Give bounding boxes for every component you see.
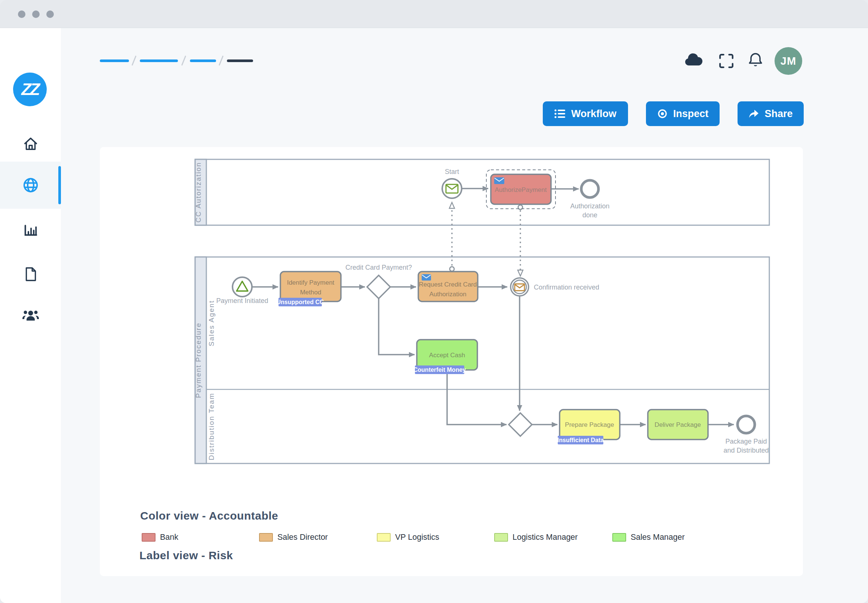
breadcrumb-separator [132, 56, 136, 65]
document-icon [23, 266, 39, 282]
app-logo[interactable]: ZZ [13, 73, 47, 106]
eye-icon [657, 108, 668, 119]
sidebar: ZZ [0, 28, 61, 603]
task-deliver-package[interactable]: Deliver Package [648, 410, 708, 439]
legend-swatch [612, 533, 626, 542]
cloud-icon [684, 53, 703, 68]
window-control-dot[interactable] [46, 11, 54, 18]
legend-item-sales-manager: Sales Manager [612, 533, 685, 542]
breadcrumb-separator [219, 56, 224, 65]
breadcrumb-segment-current [227, 59, 253, 62]
task-authorize-payment[interactable]: AuthorizePayment [486, 170, 555, 209]
list-icon [554, 109, 566, 119]
bell-icon [747, 52, 764, 69]
task-label: Request Credit Card [419, 281, 477, 288]
pool-label: Payment Procedure [194, 322, 202, 398]
breadcrumb-segment[interactable] [190, 59, 216, 62]
legend-label: Sales Manager [631, 533, 685, 542]
sidebar-item-team[interactable] [0, 297, 61, 333]
legend-label-view-title: Label view - Risk [139, 549, 233, 562]
app-logo-text: ZZ [21, 80, 39, 99]
legend-swatch [259, 533, 273, 542]
message-task-icon [422, 274, 431, 281]
end-event-label: and Distributed [723, 447, 769, 454]
avatar-initials: JM [780, 55, 796, 67]
pool-cc-autorization[interactable]: CC Autorization [194, 159, 769, 225]
bpmn-diagram: CC Autorization Payment Procedure Sales … [187, 157, 774, 471]
start-event-cc[interactable]: Start [442, 168, 462, 198]
end-event-label: done [583, 211, 597, 219]
task-label: AuthorizePayment [495, 186, 547, 193]
message-task-icon [494, 177, 504, 184]
inspect-button[interactable]: Inspect [646, 101, 720, 126]
task-label: Identify Payment [287, 279, 335, 286]
start-event-label: Start [445, 168, 459, 175]
sidebar-item-home[interactable] [0, 126, 61, 162]
task-label: Authorization [429, 291, 466, 298]
breadcrumb-segment[interactable] [140, 59, 178, 62]
pool-label: CC Autorization [194, 162, 202, 223]
workflow-button-label: Workflow [571, 108, 617, 120]
cloud-sync-button[interactable] [684, 53, 703, 69]
notifications-button[interactable] [747, 52, 764, 70]
risk-badge-label: Counterfeit Money [413, 366, 466, 373]
task-label: Accept Cash [429, 352, 465, 359]
app-window: ZZ [0, 0, 868, 603]
window-titlebar [0, 0, 868, 28]
legend-label: VP Logistics [395, 533, 439, 542]
task-accept-cash[interactable]: Accept Cash Counterfeit Money [413, 340, 477, 374]
legend-label: Bank [160, 533, 178, 542]
sidebar-item-documents[interactable] [0, 256, 61, 292]
task-label: Deliver Package [655, 421, 701, 428]
window-control-dot[interactable] [18, 11, 25, 18]
event-label: Confirmation received [534, 283, 599, 291]
legend-color-view-title: Color view - Accountable [140, 509, 278, 522]
message-flow-origin [450, 267, 454, 271]
sidebar-item-processes[interactable] [0, 162, 61, 209]
breadcrumb-segment[interactable] [100, 59, 129, 62]
globe-icon [22, 176, 39, 194]
active-nav-indicator [58, 166, 61, 204]
fullscreen-button[interactable] [718, 53, 734, 70]
inspect-button-label: Inspect [673, 108, 709, 120]
home-icon [22, 136, 39, 152]
legend-item-bank: Bank [142, 533, 178, 542]
task-request-cc-authorization[interactable]: Request Credit Card Authorization [418, 272, 478, 302]
end-event-label: Package Paid [725, 438, 767, 445]
legend-item-vp-logistics: VP Logistics [377, 533, 439, 542]
bar-chart-icon [22, 222, 39, 238]
fullscreen-icon [718, 53, 734, 69]
legend-item-logistics-manager: Logistics Manager [494, 533, 578, 542]
workflow-button[interactable]: Workflow [543, 101, 628, 126]
legend-swatch [494, 533, 508, 542]
task-prepare-package[interactable]: Prepare Package Insufficient Data [557, 410, 620, 444]
risk-badge-label: Unsupported CC [276, 299, 324, 305]
task-label: Method [300, 289, 321, 296]
lane-label-distribution-team: Distribution Team [208, 393, 215, 460]
legend-swatch [377, 533, 391, 542]
share-button[interactable]: Share [737, 101, 804, 126]
start-event-label: Payment Initiated [216, 297, 268, 305]
sidebar-item-analytics[interactable] [0, 212, 61, 248]
legend-label: Logistics Manager [512, 533, 578, 542]
lane-label-sales-agent: Sales Agent [208, 300, 215, 346]
end-event-label: Authorization [570, 203, 609, 210]
window-control-dot[interactable] [32, 11, 40, 18]
task-label: Prepare Package [565, 421, 614, 428]
risk-badge-label: Insufficient Data [557, 437, 604, 443]
share-button-label: Share [765, 108, 792, 120]
task-identify-payment-method[interactable]: Identify Payment Method Unsupported CC [276, 272, 341, 306]
breadcrumb-separator [181, 56, 186, 65]
legend-item-sales-director: Sales Director [259, 533, 328, 542]
legend-label: Sales Director [278, 533, 328, 542]
gateway-label: Credit Card Payment? [345, 264, 412, 271]
legend-swatch [142, 533, 156, 542]
share-icon [748, 109, 759, 119]
people-icon [22, 306, 40, 324]
avatar[interactable]: JM [774, 47, 802, 75]
